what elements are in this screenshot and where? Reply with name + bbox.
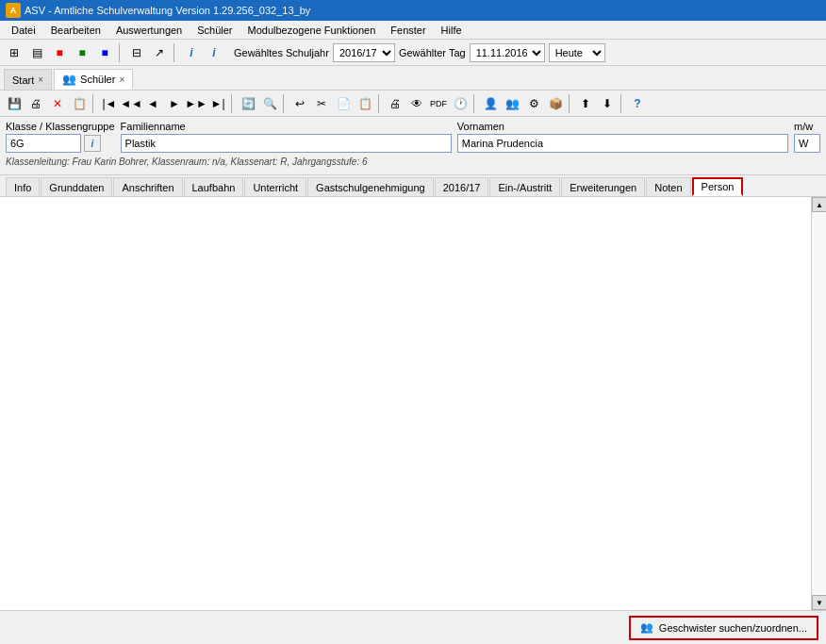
scrollbar-up-button[interactable]: ▲ [812, 197, 826, 212]
tb2-save-icon[interactable]: 💾 [4, 93, 25, 114]
toolbar-separator-1 [119, 43, 123, 62]
scrollbar-down-button[interactable]: ▼ [812, 595, 826, 610]
toolbar2-sep6 [569, 94, 572, 113]
content-tab-laufbahn[interactable]: Laufbahn [184, 177, 244, 196]
familienname-input[interactable] [121, 134, 452, 153]
form-row-1: Klasse / Klassengruppe i Familienname Vo… [6, 121, 820, 153]
tab-schueler[interactable]: 👥 Schüler × [54, 69, 133, 90]
tb2-help-icon[interactable]: ? [627, 93, 648, 114]
content-tab-unterricht[interactable]: Unterricht [244, 177, 306, 196]
tb2-arrow-icon[interactable]: ⬆ [575, 93, 596, 114]
scrollbar-track [812, 212, 826, 595]
schuljahr-section: Gewähltes Schuljahr 2016/17 Gewählter Ta… [234, 43, 605, 62]
tb-list-icon[interactable]: ▤ [26, 42, 47, 63]
menu-fenster[interactable]: Fenster [383, 23, 433, 38]
tb2-search-icon[interactable]: 🔍 [259, 93, 280, 114]
tab-schueler-close[interactable]: × [119, 74, 124, 85]
tb2-print2-icon[interactable]: 🖨 [385, 93, 405, 114]
tb2-cut-icon[interactable]: ✂ [311, 93, 332, 114]
tb2-group-icon[interactable]: 👥 [502, 93, 522, 114]
content-tab-einaustritt-label: Ein-/Austritt [498, 182, 552, 193]
tb2-delete-icon[interactable]: ✕ [47, 93, 68, 114]
tab-start-label: Start [12, 74, 34, 86]
tb2-next-icon[interactable]: ► [164, 93, 185, 114]
content-tab-noten-label: Noten [654, 182, 682, 193]
tb2-next2-icon[interactable]: ►► [186, 93, 206, 114]
tab-schueler-icon: 👥 [62, 73, 76, 86]
tb2-copy-icon[interactable]: 📄 [333, 93, 354, 114]
content-tab-info[interactable]: Info [6, 177, 40, 196]
tb2-back-icon[interactable]: ↩ [289, 93, 310, 114]
menu-bar: Datei Bearbeiten Auswertungen Schüler Mo… [0, 21, 826, 40]
content-tab-grunddaten[interactable]: Grunddaten [41, 177, 112, 196]
klasse-input[interactable] [6, 134, 81, 153]
tag-select[interactable]: 11.11.2016 [470, 43, 545, 62]
mw-input[interactable] [794, 134, 820, 153]
tb2-first-icon[interactable]: |◄ [99, 93, 120, 114]
content-tab-erweiterungen[interactable]: Erweiterungen [561, 177, 645, 196]
geschwister-icon: 👥 [640, 621, 653, 634]
toolbar-separator-2 [173, 43, 177, 62]
vornamen-input[interactable] [457, 134, 788, 153]
menu-hilfe[interactable]: Hilfe [434, 23, 470, 38]
tag-label: Gewählter Tag [399, 47, 466, 58]
content-tab-person[interactable]: Person [692, 177, 744, 196]
tb-blue-icon[interactable]: ■ [94, 42, 115, 63]
tb2-clock-icon[interactable]: 🕐 [450, 93, 471, 114]
content-tab-laufbahn-label: Laufbahn [192, 182, 236, 193]
tb-green-icon[interactable]: ■ [72, 42, 92, 63]
toolbar2-sep3 [283, 94, 287, 113]
tb-grid-icon[interactable]: ⊞ [4, 42, 25, 63]
tb2-prev2-icon[interactable]: ◄ [142, 93, 163, 114]
klassen-info: Klassenleitung: Frau Karin Bohrer, Klass… [6, 157, 368, 167]
tab-start[interactable]: Start × [4, 69, 52, 90]
tb2-export2-icon[interactable]: 📋 [69, 93, 90, 114]
menu-modulbezogene[interactable]: Modulbezogene Funktionen [240, 23, 384, 38]
content-tab-gastschul[interactable]: Gastschulgenehmigung [307, 177, 434, 196]
menu-auswertungen[interactable]: Auswertungen [108, 23, 190, 38]
tb2-arrow2-icon[interactable]: ⬇ [597, 93, 618, 114]
content-tab-einaustritt[interactable]: Ein-/Austritt [489, 177, 560, 196]
tb-info-circle-icon[interactable]: i [181, 42, 202, 63]
tb-info2-icon[interactable]: i [204, 42, 224, 63]
scrollbar-vertical[interactable]: ▲ ▼ [811, 197, 826, 610]
vornamen-label: Vornamen [457, 121, 788, 132]
form-area: Klasse / Klassengruppe i Familienname Vo… [0, 117, 826, 175]
tb2-preview-icon[interactable]: 👁 [406, 93, 427, 114]
toolbar2-sep1 [92, 94, 96, 113]
tb2-box-icon[interactable]: 📦 [545, 93, 566, 114]
content-tab-anschriften-label: Anschriften [122, 182, 173, 193]
main-content-body: ▲ ▼ [0, 197, 826, 610]
tb-red-icon[interactable]: ■ [49, 42, 70, 63]
tb2-paste-icon[interactable]: 📋 [355, 93, 375, 114]
schuljahr-select[interactable]: 2016/17 [333, 43, 395, 62]
mw-label: m/w [794, 121, 820, 132]
menu-bearbeiten[interactable]: Bearbeiten [43, 23, 108, 38]
tab-start-close[interactable]: × [38, 74, 43, 85]
tb2-last-icon[interactable]: ►| [207, 93, 228, 114]
toolbar-secondary: 💾 🖨 ✕ 📋 |◄ ◄◄ ◄ ► ►► ►| 🔄 🔍 ↩ ✂ 📄 📋 🖨 👁 … [0, 91, 826, 117]
menu-schueler[interactable]: Schüler [190, 23, 240, 38]
tb2-person-icon[interactable]: 👤 [480, 93, 501, 114]
content-tab-erweiterungen-label: Erweiterungen [570, 182, 636, 193]
tb-table-icon[interactable]: ⊟ [126, 42, 147, 63]
toolbar2-sep5 [473, 94, 477, 113]
app-icon: A [6, 3, 21, 18]
geschwister-button[interactable]: 👥 Geschwister suchen/zuordnen... [629, 616, 818, 640]
tb2-settings-icon[interactable]: ⚙ [523, 93, 544, 114]
content-tab-noten[interactable]: Noten [646, 177, 690, 196]
tb2-print-icon[interactable]: 🖨 [25, 93, 46, 114]
content-tab-gastschul-label: Gastschulgenehmigung [316, 182, 425, 193]
content-tab-2016[interactable]: 2016/17 [435, 177, 489, 196]
klasse-info-button[interactable]: i [84, 135, 101, 152]
content-tabs: Info Grunddaten Anschriften Laufbahn Unt… [0, 175, 826, 197]
content-tab-anschriften[interactable]: Anschriften [113, 177, 182, 196]
content-tab-2016-label: 2016/17 [443, 182, 481, 193]
tb2-prev-icon[interactable]: ◄◄ [121, 93, 141, 114]
tb2-refresh-icon[interactable]: 🔄 [238, 93, 258, 114]
heute-select[interactable]: Heute [549, 43, 605, 62]
tb-export-icon[interactable]: ↗ [149, 42, 170, 63]
menu-datei[interactable]: Datei [4, 23, 43, 38]
content-tab-person-label: Person [702, 181, 735, 192]
tb2-pdf-icon[interactable]: PDF [428, 93, 449, 114]
